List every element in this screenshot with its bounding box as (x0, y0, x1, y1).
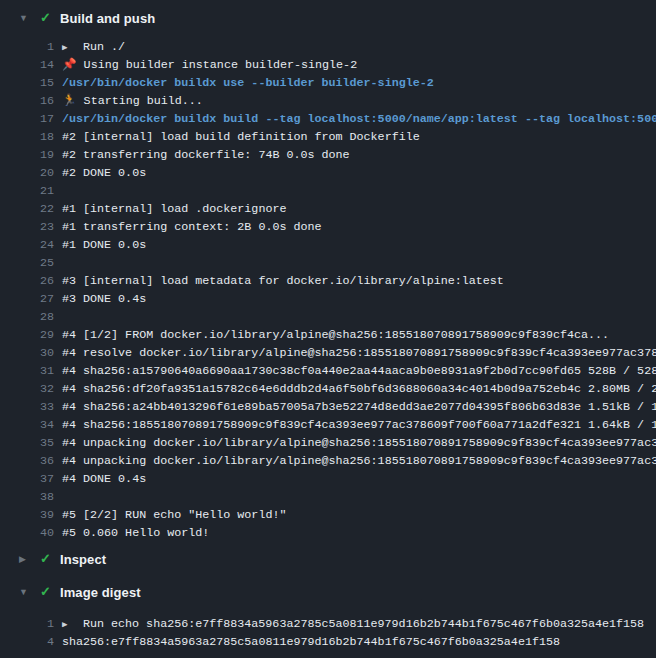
section-header-inspect[interactable]: ▶✓Inspect (0, 550, 656, 568)
actions-log-panel: ▼✓Build and push1▶Run ./14📌 Using builde… (0, 9, 656, 651)
section-header-image-digest[interactable]: ▼✓Image digest (0, 583, 656, 601)
log-text: Run echo sha256:e7ff8834a5963a2785c5a081… (83, 617, 644, 631)
log-text-cell: #5 0.060 Hello world! (62, 524, 209, 542)
line-number[interactable]: 27 (0, 290, 54, 308)
log-text: #3 DONE 0.4s (62, 292, 146, 306)
log-text: #4 unpacking docker.io/library/alpine@sh… (62, 454, 656, 468)
log-text-cell: #2 DONE 0.0s (62, 164, 146, 182)
line-number[interactable]: 24 (0, 236, 54, 254)
log-line: 33#4 sha256:a24bb4013296f61e89ba57005a7b… (0, 398, 656, 416)
log-line: 27#3 DONE 0.4s (0, 290, 656, 308)
line-number[interactable]: 1 (0, 38, 54, 56)
line-number[interactable]: 15 (0, 74, 54, 92)
log-line: 35#4 unpacking docker.io/library/alpine@… (0, 434, 656, 452)
log-text-cell: #4 unpacking docker.io/library/alpine@sh… (62, 434, 656, 452)
log-line: 40#5 0.060 Hello world! (0, 524, 656, 542)
line-number[interactable]: 20 (0, 164, 54, 182)
line-number[interactable]: 28 (0, 308, 54, 326)
log-text-cell: #4 unpacking docker.io/library/alpine@sh… (62, 452, 656, 470)
log-text-cell: #1 transferring context: 2B 0.0s done (62, 218, 322, 236)
line-number[interactable]: 32 (0, 380, 54, 398)
line-number[interactable]: 21 (0, 182, 54, 200)
log-text: #5 0.060 Hello world! (62, 526, 209, 540)
log-text-cell: #2 transferring dockerfile: 74B 0.0s don… (62, 146, 350, 164)
log-line: 14📌 Using builder instance builder-singl… (0, 56, 656, 74)
log-line: 19#2 transferring dockerfile: 74B 0.0s d… (0, 146, 656, 164)
line-number[interactable]: 31 (0, 362, 54, 380)
log-text: #1 [internal] load .dockerignore (62, 202, 286, 216)
line-number[interactable]: 19 (0, 146, 54, 164)
section-build-and-push: ▼✓Build and push1▶Run ./14📌 Using builde… (0, 9, 656, 542)
log-text-cell: #4 resolve docker.io/library/alpine@sha2… (62, 344, 656, 362)
line-number[interactable]: 1 (0, 615, 54, 633)
disclosure-triangle-icon[interactable]: ▼ (19, 9, 40, 27)
log-text-cell: sha256:e7ff8834a5963a2785c5a0811e979d16b… (62, 633, 560, 651)
log-text: #5 [2/2] RUN echo "Hello world!" (62, 508, 286, 522)
line-number[interactable]: 29 (0, 326, 54, 344)
log-text-cell: #5 [2/2] RUN echo "Hello world!" (62, 506, 286, 524)
line-number[interactable]: 36 (0, 452, 54, 470)
line-number[interactable]: 37 (0, 470, 54, 488)
line-number[interactable]: 16 (0, 92, 54, 110)
line-number[interactable]: 23 (0, 218, 54, 236)
log-text-cell: #1 DONE 0.0s (62, 236, 146, 254)
log-text-cell: #4 sha256:df20fa9351a15782c64e6dddb2d4a6… (62, 380, 656, 398)
log-text-cell: 🏃 Starting build... (62, 92, 203, 110)
line-number[interactable]: 4 (0, 633, 54, 651)
line-number[interactable]: 30 (0, 344, 54, 362)
log-text: #4 sha256:185518070891758909c9f839cf4ca3… (62, 418, 656, 432)
log-text-cell: #2 [internal] load build definition from… (62, 128, 420, 146)
section-header-build-and-push[interactable]: ▼✓Build and push (0, 9, 656, 27)
log-text-cell: #4 DONE 0.4s (62, 470, 146, 488)
log-text: 📌 Using builder instance builder-single-… (62, 58, 357, 72)
log-line: 39#5 [2/2] RUN echo "Hello world!" (0, 506, 656, 524)
log-text: /usr/bin/docker buildx build --tag local… (62, 112, 656, 126)
log-text-cell: #4 [1/2] FROM docker.io/library/alpine@s… (62, 326, 609, 344)
log-line: 17/usr/bin/docker buildx build --tag loc… (0, 110, 656, 128)
log-text: sha256:e7ff8834a5963a2785c5a0811e979d16b… (62, 635, 560, 649)
section-image-digest: ▼✓Image digest1▶Run echo sha256:e7ff8834… (0, 583, 656, 651)
disclosure-triangle-icon[interactable]: ▼ (19, 583, 40, 601)
line-number[interactable]: 26 (0, 272, 54, 290)
log-line: 28 (0, 308, 656, 326)
log-text-cell: #4 sha256:a15790640a6690aa1730c38cf0a440… (62, 362, 656, 380)
line-number[interactable]: 40 (0, 524, 54, 542)
log-text: #2 DONE 0.0s (62, 166, 146, 180)
section-inspect: ▶✓Inspect (0, 550, 656, 568)
log-line: 22#1 [internal] load .dockerignore (0, 200, 656, 218)
log-line: 16🏃 Starting build... (0, 92, 656, 110)
log-text: #4 sha256:a24bb4013296f61e89ba57005a7b3e… (62, 400, 656, 414)
log-text: #4 unpacking docker.io/library/alpine@sh… (62, 436, 656, 450)
line-number[interactable]: 34 (0, 416, 54, 434)
line-number[interactable]: 38 (0, 488, 54, 506)
log-text-cell: #1 [internal] load .dockerignore (62, 200, 286, 218)
line-number[interactable]: 17 (0, 110, 54, 128)
log-line: 24#1 DONE 0.0s (0, 236, 656, 254)
log-text: #1 transferring context: 2B 0.0s done (62, 220, 322, 234)
line-number[interactable]: 35 (0, 434, 54, 452)
expand-log-group-icon[interactable]: ▶ (62, 616, 83, 634)
log-text: #4 DONE 0.4s (62, 472, 146, 486)
log-text: #2 transferring dockerfile: 74B 0.0s don… (62, 148, 350, 162)
log-line: 26#3 [internal] load metadata for docker… (0, 272, 656, 290)
log-text: #3 [internal] load metadata for docker.i… (62, 274, 504, 288)
log-line: 34#4 sha256:185518070891758909c9f839cf4c… (0, 416, 656, 434)
line-number[interactable]: 14 (0, 56, 54, 74)
line-number[interactable]: 25 (0, 254, 54, 272)
line-number[interactable]: 39 (0, 506, 54, 524)
line-number[interactable]: 33 (0, 398, 54, 416)
disclosure-triangle-icon[interactable]: ▶ (19, 550, 40, 568)
log-text: #4 [1/2] FROM docker.io/library/alpine@s… (62, 328, 609, 342)
log-line: 32#4 sha256:df20fa9351a15782c64e6dddb2d4… (0, 380, 656, 398)
expand-log-group-icon[interactable]: ▶ (62, 39, 83, 57)
log-text: #1 DONE 0.0s (62, 238, 146, 252)
log-text: #2 [internal] load build definition from… (62, 130, 420, 144)
log-line: 31#4 sha256:a15790640a6690aa1730c38cf0a4… (0, 362, 656, 380)
line-number[interactable]: 22 (0, 200, 54, 218)
log-text: #4 sha256:a15790640a6690aa1730c38cf0a440… (62, 364, 656, 378)
log-text: Run ./ (83, 40, 125, 54)
line-number[interactable]: 18 (0, 128, 54, 146)
section-log-lines: 1▶Run echo sha256:e7ff8834a5963a2785c5a0… (0, 615, 656, 651)
log-text: #4 sha256:df20fa9351a15782c64e6dddb2d4a6… (62, 382, 656, 396)
section-title: Inspect (60, 552, 106, 567)
